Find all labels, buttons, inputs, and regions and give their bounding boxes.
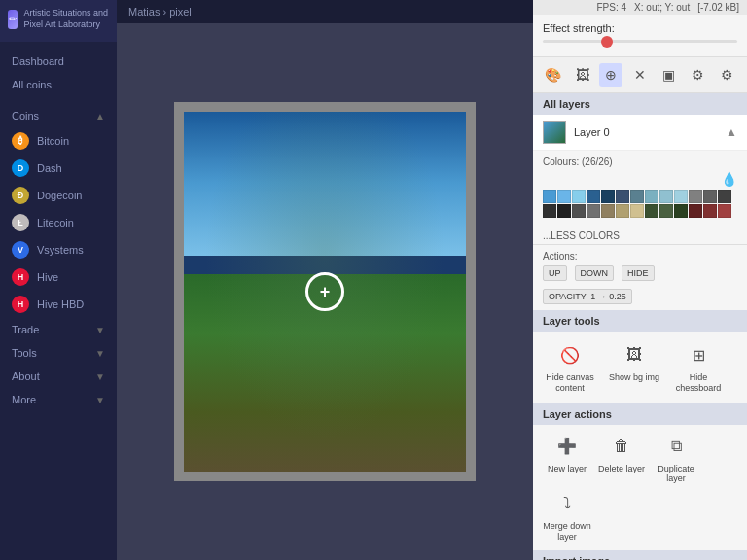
settings-icon[interactable]: ✕	[628, 63, 652, 87]
colour-swatch-4[interactable]	[601, 190, 615, 203]
effect-slider[interactable]	[543, 40, 737, 43]
show-bg-tool[interactable]: 🖼 Show bg img	[607, 341, 661, 394]
more-collapse-icon[interactable]: ▼	[95, 395, 105, 405]
coins-label: Coins	[12, 110, 39, 122]
delete-layer-action[interactable]: 🗑 Delete layer	[597, 433, 646, 485]
delete-layer-label: Delete layer	[598, 464, 645, 474]
show-bg-label: Show bg img	[609, 372, 659, 383]
canvas-area[interactable]: +	[117, 23, 533, 560]
colour-swatch-16[interactable]	[587, 204, 600, 218]
sidebar-trade-section: Trade ▼	[0, 318, 117, 341]
colour-swatch-15[interactable]	[572, 204, 586, 218]
effect-label: Effect strength:	[543, 22, 737, 34]
colour-swatch-24[interactable]	[703, 204, 717, 218]
colours-header: Colours: (26/26)	[543, 157, 737, 167]
less-colors-toggle[interactable]: ...LESS COLORS	[533, 228, 747, 244]
colour-swatch-3[interactable]	[587, 190, 600, 203]
sidebar-item-dashboard[interactable]: Dashboard	[0, 50, 117, 73]
colour-swatch-13[interactable]	[543, 204, 556, 218]
bitcoin-icon: ₿	[12, 132, 29, 150]
topbar: Matias › pixel	[117, 0, 533, 23]
sidebar: ✏ Artistic Situations and Pixel Art Labo…	[0, 0, 117, 560]
merge-down-icon: ⤵	[553, 490, 581, 517]
layer-item[interactable]: Layer 0 ▲	[533, 115, 747, 151]
actions-label: Actions:	[543, 251, 737, 262]
sidebar-logo: ✏ Artistic Situations and Pixel Art Labo…	[8, 8, 109, 30]
duplicate-layer-icon: ⧉	[662, 433, 690, 460]
colour-swatch-23[interactable]	[689, 204, 702, 218]
sidebar-item-all-coins[interactable]: All coins	[0, 73, 117, 96]
colours-section: Colours: (26/26) 💧	[533, 151, 747, 228]
gear-icon[interactable]: ⚙	[686, 63, 709, 87]
right-panel: FPS: 4 X: out; Y: out [-7.02 kB] Effect …	[533, 0, 747, 560]
layer-actions-header: Layer actions	[533, 403, 747, 425]
select-icon[interactable]: ▣	[658, 63, 681, 87]
main-area: Matias › pixel +	[117, 0, 533, 560]
coins-collapse-icon[interactable]: ▲	[95, 111, 105, 122]
colour-swatch-5[interactable]	[616, 190, 629, 203]
colour-swatch-8[interactable]	[659, 190, 673, 203]
colour-swatch-6[interactable]	[630, 190, 644, 203]
colour-swatch-11[interactable]	[703, 190, 717, 203]
new-layer-action[interactable]: ➕ New layer	[543, 433, 591, 485]
trade-collapse-icon[interactable]: ▼	[95, 325, 105, 335]
hide-chessboard-label: Hide chessboard	[671, 372, 726, 394]
colour-swatch-2[interactable]	[572, 190, 586, 203]
sidebar-item-dash[interactable]: D Dash	[0, 155, 117, 182]
colour-swatch-25[interactable]	[718, 204, 731, 218]
hive-hbd-icon: H	[12, 296, 29, 313]
doge-label: Dogecoin	[37, 190, 82, 201]
hide-button[interactable]: HIDE	[622, 265, 655, 281]
colour-swatch-12[interactable]	[718, 190, 731, 203]
eyedropper-icon[interactable]: 💧	[721, 171, 737, 187]
merge-down-action[interactable]: ⤵ Merge down layer	[543, 490, 591, 542]
show-bg-icon: 🖼	[621, 341, 648, 368]
sidebar-coins-section: Coins ▲	[0, 104, 117, 127]
opacity-button[interactable]: OPACITY: 1 → 0.25	[543, 289, 632, 304]
new-layer-label: New layer	[548, 464, 587, 474]
down-button[interactable]: DOWN	[575, 265, 615, 281]
about-label: About	[12, 370, 40, 382]
hide-canvas-tool[interactable]: 🚫 Hide canvas content	[543, 341, 597, 394]
layer-tools-header: Layer tools	[533, 310, 747, 332]
sidebar-item-hive[interactable]: H Hive	[0, 263, 117, 291]
sidebar-item-vsystems[interactable]: V Vsystems	[0, 236, 117, 263]
colour-swatch-20[interactable]	[645, 204, 658, 218]
colour-swatch-9[interactable]	[674, 190, 688, 203]
hive-hbd-label: Hive HBD	[37, 298, 84, 310]
tools-collapse-icon[interactable]: ▼	[95, 348, 105, 359]
colour-swatch-14[interactable]	[557, 204, 571, 218]
sidebar-item-hive-hbd[interactable]: H Hive HBD	[0, 291, 117, 318]
sidebar-item-bitcoin[interactable]: ₿ Bitcoin	[0, 127, 117, 155]
colour-swatch-0[interactable]	[543, 190, 556, 203]
sidebar-item-litecoin[interactable]: Ł Litecoin	[0, 209, 117, 236]
colour-swatch-10[interactable]	[689, 190, 702, 203]
effect-section: Effect strength:	[533, 15, 747, 57]
sidebar-item-dogecoin[interactable]: Ð Dogecoin	[0, 182, 117, 209]
up-button[interactable]: UP	[543, 265, 567, 281]
colour-swatch-7[interactable]	[645, 190, 658, 203]
layer-chevron-icon[interactable]: ▲	[726, 125, 737, 139]
actions-section: Actions: UP DOWN HIDE OPACITY: 1 → 0.25	[533, 244, 747, 310]
colour-swatch-19[interactable]	[630, 204, 644, 218]
colour-swatch-1[interactable]	[557, 190, 571, 203]
coords-label: X: out; Y: out	[634, 2, 690, 13]
ltc-label: Litecoin	[37, 217, 74, 228]
dash-label: Dash	[37, 162, 62, 174]
bitcoin-label: Bitcoin	[37, 135, 69, 147]
colour-swatch-18[interactable]	[616, 204, 629, 218]
layers-icon[interactable]: ⊕	[599, 63, 622, 87]
colour-swatch-21[interactable]	[659, 204, 673, 218]
image-icon[interactable]: 🖼	[571, 63, 594, 87]
gear2-icon[interactable]: ⚙	[715, 63, 738, 87]
colour-swatch-22[interactable]	[674, 204, 688, 218]
hide-chessboard-tool[interactable]: ⊞ Hide chessboard	[671, 341, 726, 394]
duplicate-layer-action[interactable]: ⧉ Duplicate layer	[652, 433, 700, 485]
pixel-art-canvas[interactable]: +	[184, 112, 466, 472]
colour-swatch-17[interactable]	[601, 204, 615, 218]
hive-label: Hive	[37, 271, 58, 283]
effect-slider-thumb[interactable]	[601, 36, 613, 48]
about-collapse-icon[interactable]: ▼	[95, 371, 105, 382]
palette-icon[interactable]: 🎨	[542, 63, 565, 87]
sidebar-tools-section: Tools ▼	[0, 341, 117, 365]
